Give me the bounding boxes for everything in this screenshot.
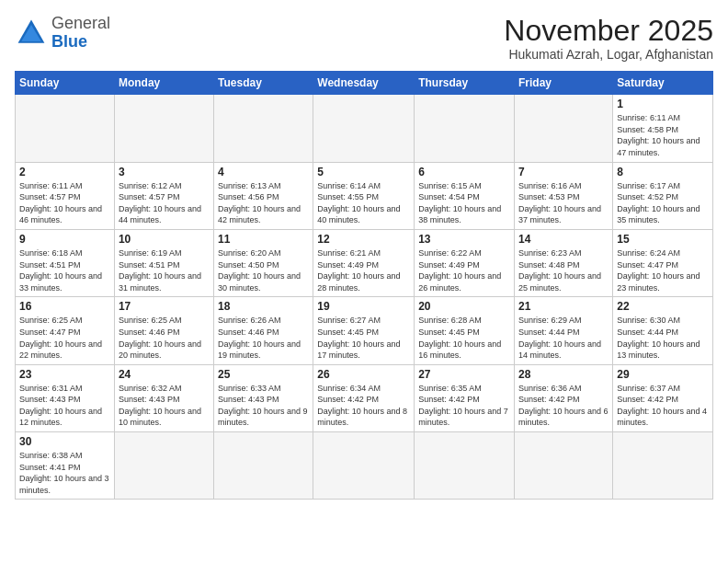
day-22: 22 Sunrise: 6:30 AMSunset: 4:44 PMDaylig… (613, 297, 713, 364)
calendar-row-3: 9 Sunrise: 6:18 AMSunset: 4:51 PMDayligh… (16, 229, 713, 296)
logo-icon (15, 17, 48, 50)
day-6: 6 Sunrise: 6:15 AMSunset: 4:54 PMDayligh… (415, 162, 515, 229)
day-14: 14 Sunrise: 6:23 AMSunset: 4:48 PMDaylig… (515, 229, 613, 296)
day-20: 20 Sunrise: 6:28 AMSunset: 4:45 PMDaylig… (415, 297, 515, 364)
day-empty (415, 95, 515, 162)
day-empty (313, 432, 415, 500)
header-sunday: Sunday (16, 72, 115, 95)
logo-blue: Blue (51, 32, 87, 51)
day-17: 17 Sunrise: 6:25 AMSunset: 4:46 PMDaylig… (114, 297, 213, 364)
day-23: 23 Sunrise: 6:31 AMSunset: 4:43 PMDaylig… (16, 364, 115, 431)
header-wednesday: Wednesday (313, 72, 415, 95)
day-11: 11 Sunrise: 6:20 AMSunset: 4:50 PMDaylig… (214, 229, 313, 296)
page: General Blue November 2025 Hukumati Azra… (0, 0, 728, 509)
day-5: 5 Sunrise: 6:14 AMSunset: 4:55 PMDayligh… (313, 162, 415, 229)
day-26: 26 Sunrise: 6:34 AMSunset: 4:42 PMDaylig… (313, 364, 415, 431)
day-empty (114, 95, 213, 162)
calendar-row-1: 1 Sunrise: 6:11 AMSunset: 4:58 PMDayligh… (16, 95, 713, 162)
header-tuesday: Tuesday (214, 72, 313, 95)
logo-general: General (51, 14, 110, 32)
day-19: 19 Sunrise: 6:27 AMSunset: 4:45 PMDaylig… (313, 297, 415, 364)
calendar: Sunday Monday Tuesday Wednesday Thursday… (15, 71, 713, 500)
logo-text: General Blue (51, 15, 110, 52)
month-title: November 2025 (504, 15, 713, 47)
header-thursday: Thursday (415, 72, 515, 95)
logo: General Blue (15, 15, 110, 52)
day-4: 4 Sunrise: 6:13 AMSunset: 4:56 PMDayligh… (214, 162, 313, 229)
calendar-row-2: 2 Sunrise: 6:11 AMSunset: 4:57 PMDayligh… (16, 162, 713, 229)
calendar-row-5: 23 Sunrise: 6:31 AMSunset: 4:43 PMDaylig… (16, 364, 713, 431)
day-9: 9 Sunrise: 6:18 AMSunset: 4:51 PMDayligh… (16, 229, 115, 296)
calendar-row-6: 30 Sunrise: 6:38 AMSunset: 4:41 PMDaylig… (16, 432, 713, 500)
day-empty (16, 95, 115, 162)
day-empty (515, 432, 613, 500)
day-24: 24 Sunrise: 6:32 AMSunset: 4:43 PMDaylig… (114, 364, 213, 431)
day-10: 10 Sunrise: 6:19 AMSunset: 4:51 PMDaylig… (114, 229, 213, 296)
day-empty (214, 432, 313, 500)
day-3: 3 Sunrise: 6:12 AMSunset: 4:57 PMDayligh… (114, 162, 213, 229)
header-friday: Friday (515, 72, 613, 95)
title-block: November 2025 Hukumati Azrah, Logar, Afg… (504, 15, 713, 62)
day-2: 2 Sunrise: 6:11 AMSunset: 4:57 PMDayligh… (16, 162, 115, 229)
day-18: 18 Sunrise: 6:26 AMSunset: 4:46 PMDaylig… (214, 297, 313, 364)
weekday-header-row: Sunday Monday Tuesday Wednesday Thursday… (16, 72, 713, 95)
day-30: 30 Sunrise: 6:38 AMSunset: 4:41 PMDaylig… (16, 432, 115, 500)
header-saturday: Saturday (613, 72, 713, 95)
day-29: 29 Sunrise: 6:37 AMSunset: 4:42 PMDaylig… (613, 364, 713, 431)
day-empty (613, 432, 713, 500)
day-7: 7 Sunrise: 6:16 AMSunset: 4:53 PMDayligh… (515, 162, 613, 229)
header: General Blue November 2025 Hukumati Azra… (15, 15, 713, 62)
day-15: 15 Sunrise: 6:24 AMSunset: 4:47 PMDaylig… (613, 229, 713, 296)
day-empty (313, 95, 415, 162)
day-13: 13 Sunrise: 6:22 AMSunset: 4:49 PMDaylig… (415, 229, 515, 296)
day-16: 16 Sunrise: 6:25 AMSunset: 4:47 PMDaylig… (16, 297, 115, 364)
day-21: 21 Sunrise: 6:29 AMSunset: 4:44 PMDaylig… (515, 297, 613, 364)
day-12: 12 Sunrise: 6:21 AMSunset: 4:49 PMDaylig… (313, 229, 415, 296)
day-27: 27 Sunrise: 6:35 AMSunset: 4:42 PMDaylig… (415, 364, 515, 431)
subtitle: Hukumati Azrah, Logar, Afghanistan (504, 47, 713, 62)
day-empty (415, 432, 515, 500)
header-monday: Monday (114, 72, 213, 95)
day-28: 28 Sunrise: 6:36 AMSunset: 4:42 PMDaylig… (515, 364, 613, 431)
day-empty (515, 95, 613, 162)
day-8: 8 Sunrise: 6:17 AMSunset: 4:52 PMDayligh… (613, 162, 713, 229)
calendar-row-4: 16 Sunrise: 6:25 AMSunset: 4:47 PMDaylig… (16, 297, 713, 364)
day-1: 1 Sunrise: 6:11 AMSunset: 4:58 PMDayligh… (613, 95, 713, 162)
day-empty (114, 432, 213, 500)
day-25: 25 Sunrise: 6:33 AMSunset: 4:43 PMDaylig… (214, 364, 313, 431)
day-empty (214, 95, 313, 162)
